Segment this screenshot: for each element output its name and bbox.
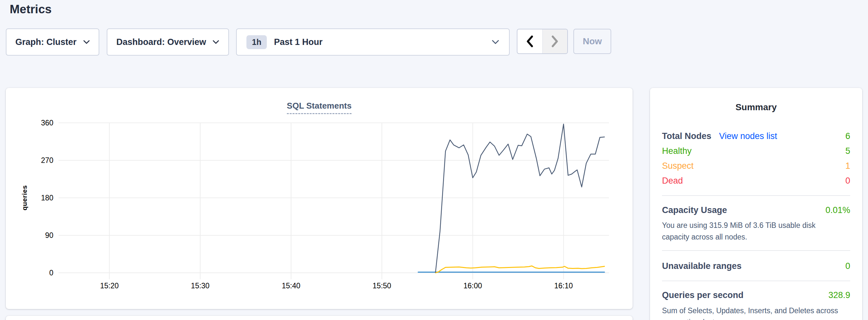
chart-title[interactable]: SQL Statements [287, 101, 351, 114]
x-tick-label: 16:10 [554, 282, 573, 290]
unavailable-ranges-label: Unavailable ranges [662, 261, 742, 271]
next-time-button[interactable] [542, 29, 567, 53]
chart-title-wrap: SQL Statements [6, 101, 632, 114]
suspect-value: 1 [845, 161, 850, 171]
dead-nodes-row: Dead 0 [662, 173, 850, 188]
time-range-label: Past 1 Hour [274, 37, 322, 47]
page-title: Metrics [10, 3, 52, 16]
dashboard-dropdown[interactable]: Dashboard: Overview [107, 28, 229, 56]
summary-heading: Summary [662, 88, 850, 113]
time-range-badge: 1h [246, 35, 267, 49]
chevron-left-icon [526, 35, 533, 47]
x-tick-label: 15:40 [282, 282, 301, 290]
dead-label: Dead [662, 176, 683, 186]
metrics-page: { "header": { "title": "Metrics" }, "con… [0, 0, 868, 320]
queries-per-second-desc: Sum of Selects, Updates, Inserts, and De… [662, 305, 843, 320]
suspect-label: Suspect [662, 161, 694, 171]
capacity-usage-block: Capacity Usage 0.01% You are using 315.9… [662, 204, 850, 243]
x-tick-label: 15:50 [373, 282, 391, 290]
now-button[interactable]: Now [574, 29, 611, 54]
unavailable-ranges-block: Unavailable ranges 0 [662, 259, 850, 274]
chevron-down-icon [213, 40, 219, 44]
y-tick-label: 0 [49, 268, 53, 277]
sql-statements-chart[interactable]: 09018027036015:2015:3015:4015:5016:0016:… [6, 88, 632, 309]
x-tick-label: 15:30 [191, 282, 210, 290]
divider [662, 250, 850, 251]
y-tick-label: 360 [41, 119, 53, 127]
chevron-down-icon [492, 39, 499, 44]
capacity-usage-value: 0.01% [825, 205, 850, 215]
y-tick-label: 180 [41, 194, 53, 202]
prev-time-button[interactable] [518, 29, 542, 53]
view-nodes-list-link[interactable]: View nodes list [719, 131, 777, 141]
capacity-usage-desc: You are using 315.9 MiB of 3.6 TiB usabl… [662, 220, 843, 243]
unavailable-ranges-value: 0 [845, 261, 850, 271]
summary-panel: Summary Total Nodes View nodes list 6 He… [650, 88, 862, 320]
queries-per-second-block: Queries per second 328.9 Sum of Selects,… [662, 289, 850, 320]
chevron-right-icon [551, 35, 559, 47]
dashboard-dropdown-label: Dashboard: Overview [117, 37, 206, 47]
sql-statements-card: SQL Statements queries 09018027036015:20… [6, 88, 632, 309]
chevron-down-icon [83, 40, 90, 44]
graph-dropdown-label: Graph: Cluster [15, 37, 76, 47]
time-range-selector[interactable]: 1h Past 1 Hour [236, 28, 510, 56]
suspect-nodes-row: Suspect 1 [662, 158, 850, 173]
dead-value: 0 [845, 176, 850, 186]
divider [662, 195, 850, 196]
capacity-usage-label: Capacity Usage [662, 205, 727, 215]
time-step-buttons [517, 29, 568, 54]
y-tick-label: 270 [41, 156, 53, 164]
y-axis-label: queries [21, 185, 28, 211]
node-status-rows: Total Nodes View nodes list 6 Healthy 5 … [662, 129, 850, 188]
total-nodes-row: Total Nodes View nodes list 6 [662, 129, 850, 143]
healthy-value: 5 [845, 146, 850, 156]
queries-per-second-label: Queries per second [662, 290, 743, 300]
total-nodes-label: Total Nodes [662, 131, 711, 141]
graph-dropdown[interactable]: Graph: Cluster [6, 28, 99, 56]
series-navy [436, 124, 604, 273]
queries-per-second-value: 328.9 [828, 290, 850, 300]
healthy-nodes-row: Healthy 5 [662, 143, 850, 158]
next-chart-card [6, 316, 632, 320]
y-tick-label: 90 [45, 231, 53, 239]
divider [662, 281, 850, 281]
x-tick-label: 15:20 [100, 282, 119, 290]
x-tick-label: 16:00 [463, 282, 482, 290]
total-nodes-value: 6 [845, 131, 850, 141]
healthy-label: Healthy [662, 146, 692, 156]
